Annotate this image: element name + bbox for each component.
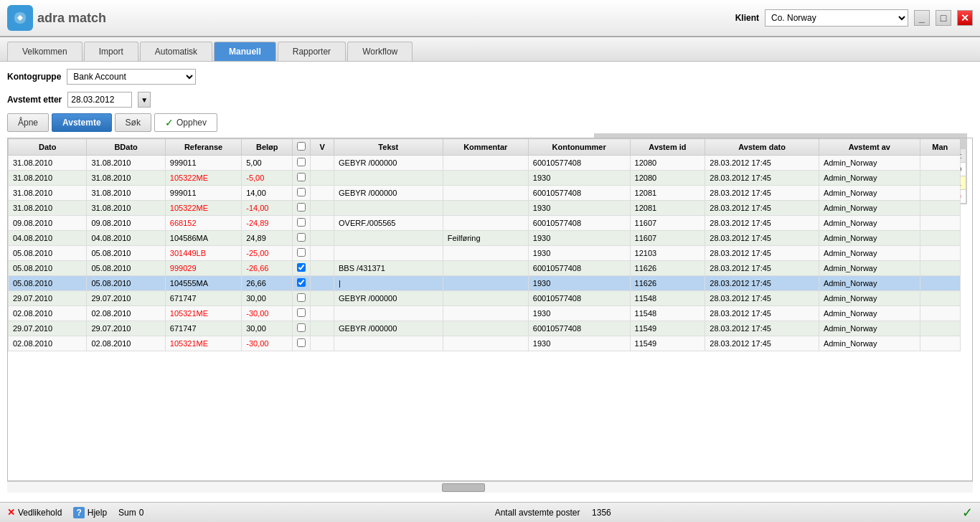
table-row[interactable]: 05.08.2010 05.08.2010 301449LB -25,00 19… xyxy=(9,246,961,261)
table-row[interactable]: 31.08.2010 31.08.2010 105322ME -14,00 19… xyxy=(9,201,961,216)
window-minimize-button[interactable]: _ xyxy=(914,10,930,26)
cell-cb[interactable] xyxy=(293,156,311,171)
row-checkbox[interactable] xyxy=(297,188,306,196)
cell-kommentar xyxy=(443,171,528,186)
date-picker-button[interactable]: ▼ xyxy=(138,92,151,108)
tab-automatisk[interactable]: Automatisk xyxy=(140,42,212,61)
window-close-button[interactable]: ✕ xyxy=(957,10,973,26)
cell-tekst xyxy=(334,171,443,186)
cell-dato: 29.07.2010 xyxy=(9,321,87,336)
cell-dato: 02.08.2010 xyxy=(9,336,87,351)
row-checkbox[interactable] xyxy=(297,293,306,302)
cell-v xyxy=(311,171,334,186)
cell-cb[interactable] xyxy=(293,216,311,231)
cell-avstemt-av: Admin_Norway xyxy=(819,156,920,171)
col-tekst: Tekst xyxy=(334,139,443,156)
table-row[interactable]: 29.07.2010 29.07.2010 671747 30,00 GEBYR… xyxy=(9,291,961,306)
cell-kontonr: 1930 xyxy=(528,171,630,186)
cell-kommentar xyxy=(443,291,528,306)
cell-cb[interactable] xyxy=(293,291,311,306)
row-checkbox[interactable] xyxy=(297,248,306,257)
cell-ref: 999011 xyxy=(165,186,241,201)
vedlikehold-label[interactable]: Vedlikehold xyxy=(18,508,62,518)
cell-cb[interactable] xyxy=(293,171,311,186)
cell-v xyxy=(311,276,334,291)
row-checkbox[interactable] xyxy=(297,278,306,287)
cell-cb[interactable] xyxy=(293,276,311,291)
cell-avstem-id: 11548 xyxy=(630,291,705,306)
row-checkbox[interactable] xyxy=(297,233,306,242)
table-row[interactable]: 29.07.2010 29.07.2010 671747 30,00 GEBYR… xyxy=(9,321,961,336)
cell-cb[interactable] xyxy=(293,201,311,216)
cell-avstem-dato: 28.03.2012 17:45 xyxy=(705,261,819,276)
cell-belop: 30,00 xyxy=(242,321,293,336)
table-row[interactable]: 31.08.2010 31.08.2010 999011 5,00 GEBYR … xyxy=(9,156,961,171)
horiz-scroll-thumb[interactable] xyxy=(442,483,485,492)
cell-cb[interactable] xyxy=(293,246,311,261)
row-checkbox[interactable] xyxy=(297,173,306,181)
cell-cb[interactable] xyxy=(293,231,311,246)
cell-cb[interactable] xyxy=(293,261,311,276)
table-body: 31.08.2010 31.08.2010 999011 5,00 GEBYR … xyxy=(9,156,961,351)
table-row[interactable]: 04.08.2010 04.08.2010 104586MA 24,89 Fei… xyxy=(9,231,961,246)
row-checkbox[interactable] xyxy=(297,323,306,332)
klient-select[interactable]: Co. Norway xyxy=(765,9,908,27)
date-input[interactable] xyxy=(67,92,132,108)
window-maximize-button[interactable]: □ xyxy=(936,10,951,26)
cell-avstemt-av: Admin_Norway xyxy=(819,216,920,231)
hjelp-label[interactable]: Hjelp xyxy=(88,508,107,518)
sok-button[interactable]: Søk xyxy=(115,113,151,132)
cell-avstem-dato: 28.03.2012 17:45 xyxy=(705,156,819,171)
table-row[interactable]: 02.08.2010 02.08.2010 105321ME -30,00 19… xyxy=(9,306,961,321)
table-row[interactable]: 31.08.2010 31.08.2010 105322ME -5,00 193… xyxy=(9,171,961,186)
row-checkbox[interactable] xyxy=(297,218,306,227)
cell-cb[interactable] xyxy=(293,321,311,336)
tab-manuell[interactable]: Manuell xyxy=(214,42,276,61)
select-all-cb[interactable] xyxy=(297,142,306,151)
avstemte-button[interactable]: Avstemte xyxy=(52,113,112,132)
cell-cb[interactable] xyxy=(293,186,311,201)
tab-velkommen[interactable]: Velkommen xyxy=(7,42,83,61)
cell-avstem-dato: 28.03.2012 17:45 xyxy=(705,216,819,231)
tab-workflow[interactable]: Workflow xyxy=(347,42,413,61)
cell-belop: -24,89 xyxy=(242,216,293,231)
row-checkbox[interactable] xyxy=(297,158,306,166)
horizontal-scrollbar[interactable] xyxy=(7,481,973,493)
table-row[interactable]: 31.08.2010 31.08.2010 999011 14,00 GEBYR… xyxy=(9,186,961,201)
table-row[interactable]: 02.08.2010 02.08.2010 105321ME -30,00 19… xyxy=(9,336,961,351)
cell-bdato: 05.08.2010 xyxy=(87,246,165,261)
col-avstem-id: Avstem id xyxy=(630,139,705,156)
tab-rapporter[interactable]: Rapporter xyxy=(278,42,346,61)
kontogruppe-select[interactable]: Bank Account xyxy=(67,69,196,85)
row-checkbox[interactable] xyxy=(297,308,306,317)
cell-v xyxy=(311,186,334,201)
cell-tekst: GEBYR /000000 xyxy=(334,291,443,306)
cell-ref: 301449LB xyxy=(165,246,241,261)
data-table: Dato BDato Referanse Beløp V Tekst Komme… xyxy=(8,138,961,351)
cell-ref: 668152 xyxy=(165,216,241,231)
opphev-button[interactable]: ✓ Opphev xyxy=(154,113,217,132)
row-checkbox[interactable] xyxy=(297,263,306,272)
cell-cb[interactable] xyxy=(293,306,311,321)
cell-kontonr: 1930 xyxy=(528,201,630,216)
cell-kommentar xyxy=(443,186,528,201)
cell-avstem-id: 12080 xyxy=(630,156,705,171)
table-row[interactable]: 09.08.2010 09.08.2010 668152 -24,89 OVER… xyxy=(9,216,961,231)
table-row[interactable]: 05.08.2010 05.08.2010 999029 -26,66 BBS … xyxy=(9,261,961,276)
cell-kontonr: 1930 xyxy=(528,336,630,351)
cell-man xyxy=(920,306,960,321)
cell-cb[interactable] xyxy=(293,336,311,351)
apne-button[interactable]: Åpne xyxy=(7,113,49,132)
cell-v xyxy=(311,231,334,246)
cell-avstemt-av: Admin_Norway xyxy=(819,276,920,291)
x-icon: ✕ xyxy=(7,507,15,518)
tab-import[interactable]: Import xyxy=(84,42,138,61)
cell-avstemt-av: Admin_Norway xyxy=(819,171,920,186)
antall-value: 1356 xyxy=(592,508,611,518)
cell-v xyxy=(311,216,334,231)
table-row[interactable]: 05.08.2010 05.08.2010 104555MA 26,66 | 1… xyxy=(9,276,961,291)
data-table-scroll[interactable]: Dato BDato Referanse Beløp V Tekst Komme… xyxy=(7,138,973,481)
row-checkbox[interactable] xyxy=(297,203,306,212)
cell-dato: 05.08.2010 xyxy=(9,276,87,291)
row-checkbox[interactable] xyxy=(297,338,306,347)
